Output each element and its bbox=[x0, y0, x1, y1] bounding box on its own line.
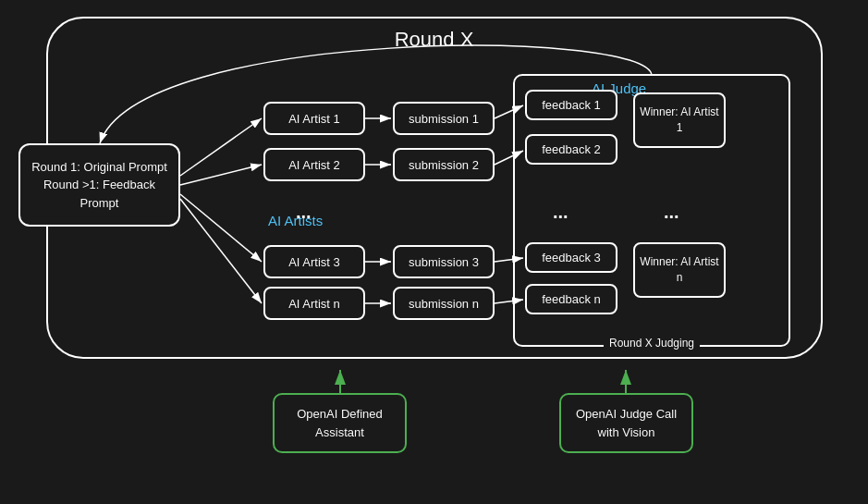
diagram-container: Round X bbox=[0, 0, 868, 504]
prompt-text: Round 1: Original PromptRound >1: Feedba… bbox=[28, 158, 171, 213]
artist-box-2: AI Artist 2 bbox=[263, 148, 365, 181]
artist-box-n: AI Artist n bbox=[263, 287, 365, 320]
openai-judge-box: OpenAI Judge Callwith Vision bbox=[559, 393, 693, 453]
openai-assistant-box: OpenAI DefinedAssistant bbox=[273, 393, 407, 453]
openai-judge-label: OpenAI Judge Callwith Vision bbox=[576, 405, 677, 441]
openai-assistant-label: OpenAI DefinedAssistant bbox=[297, 405, 383, 441]
feedback-box-n: feedback n bbox=[525, 284, 617, 314]
winner-box-1: Winner: AI Artist 1 bbox=[633, 92, 726, 148]
svg-line-1 bbox=[180, 165, 262, 185]
submission-box-n: submission n bbox=[393, 287, 495, 320]
artist-box-3: AI Artist 3 bbox=[263, 245, 365, 278]
feedback-ellipsis: ... bbox=[553, 202, 568, 223]
winner-ellipsis: ... bbox=[664, 202, 679, 223]
submission-box-2: submission 2 bbox=[393, 148, 495, 181]
svg-line-3 bbox=[180, 199, 262, 303]
svg-line-0 bbox=[180, 118, 262, 176]
submission-box-3: submission 3 bbox=[393, 245, 495, 278]
round-label: Round X bbox=[395, 28, 474, 52]
feedback-box-3: feedback 3 bbox=[525, 242, 617, 273]
feedback-box-1: feedback 1 bbox=[525, 90, 617, 120]
prompt-box: Round 1: Original PromptRound >1: Feedba… bbox=[18, 143, 180, 227]
svg-line-2 bbox=[180, 194, 262, 262]
artists-ellipsis: ... bbox=[296, 202, 312, 223]
winner-box-n: Winner: AI Artist n bbox=[633, 242, 726, 298]
judge-box-label: Round X Judging bbox=[604, 337, 700, 350]
submission-box-1: submission 1 bbox=[393, 102, 495, 135]
artist-box-1: AI Artist 1 bbox=[263, 102, 365, 135]
feedback-box-2: feedback 2 bbox=[525, 134, 617, 165]
